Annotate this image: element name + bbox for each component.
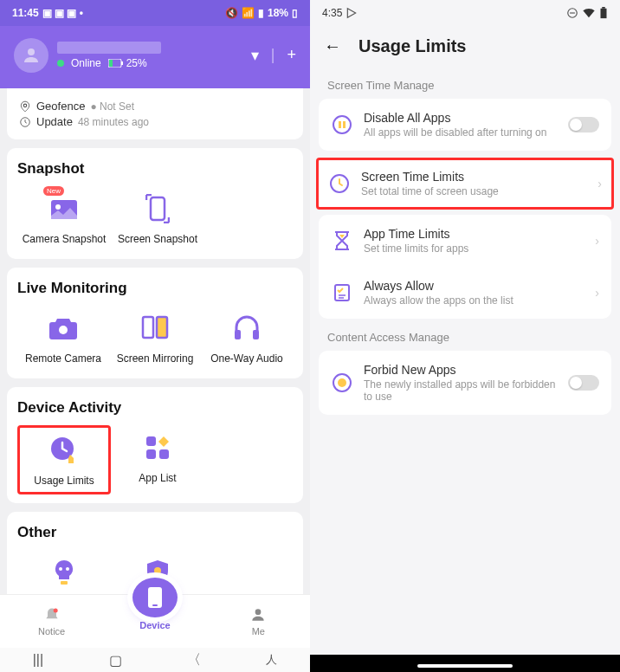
back-icon[interactable]: 〈: [187, 651, 201, 669]
svg-rect-2: [109, 60, 113, 67]
dropdown-icon[interactable]: ▾: [251, 46, 259, 65]
usage-limits-icon: [47, 433, 81, 468]
wifi-icon: 📶: [242, 7, 255, 19]
device-icon: [132, 578, 178, 617]
disable-all-apps-sub: All apps will be disabled after turning …: [364, 126, 558, 139]
screen-time-list-2: App Time Limits Set time limits for apps…: [319, 215, 611, 319]
svg-point-21: [154, 567, 161, 574]
snapshot-title: Snapshot: [17, 160, 293, 178]
screen-mirroring-button[interactable]: Screen Mirroring: [109, 306, 201, 370]
nav-notice[interactable]: Notice: [0, 595, 103, 648]
svg-point-0: [28, 48, 35, 55]
screen-time-limits-title: Screen Time Limits: [361, 170, 587, 184]
back-arrow-icon[interactable]: ←: [324, 36, 341, 56]
app-time-limits-row[interactable]: App Time Limits Set time limits for apps…: [319, 215, 611, 267]
svg-point-35: [338, 378, 346, 387]
device-info-strip: Geofence ● Not Set Update 48 minutes ago: [7, 88, 303, 139]
bulb-icon: [47, 555, 81, 590]
headphones-icon: [229, 311, 264, 346]
forbid-new-apps-row[interactable]: Forbid New Apps The newly installed apps…: [319, 351, 611, 415]
checklist-icon: [331, 281, 353, 304]
svg-point-19: [66, 567, 69, 571]
play-store-icon: [346, 7, 358, 19]
svg-rect-16: [159, 449, 169, 459]
geofence-icon: [19, 100, 31, 113]
disable-all-apps-toggle[interactable]: [568, 117, 599, 132]
svg-point-9: [59, 326, 68, 334]
home-icon[interactable]: ▢: [109, 652, 122, 669]
svg-rect-30: [339, 121, 341, 128]
svg-rect-15: [146, 436, 156, 446]
status-time: 4:35: [322, 7, 342, 19]
wifi-icon: [582, 7, 596, 19]
page-title: Usage Limits: [358, 36, 466, 56]
photo-icon: [47, 191, 81, 226]
pause-circle-icon: [331, 113, 353, 136]
add-icon[interactable]: +: [287, 46, 296, 65]
live-monitoring-card: Live Monitoring Remote Camera Screen Mir…: [7, 268, 303, 378]
geofence-label: Geofence: [36, 100, 85, 113]
forbid-new-apps-toggle[interactable]: [568, 375, 599, 391]
update-label: Update: [36, 115, 73, 128]
remote-camera-button[interactable]: Remote Camera: [17, 306, 109, 370]
forbid-new-apps-sub: The newly installed apps will be forbidd…: [364, 378, 558, 403]
divider: |: [271, 46, 275, 65]
status-time: 11:45: [12, 7, 39, 19]
svg-rect-10: [143, 317, 153, 338]
avatar[interactable]: [14, 38, 48, 73]
svg-rect-20: [61, 581, 68, 585]
svg-rect-8: [151, 197, 165, 220]
app-list-icon: [140, 430, 175, 465]
usage-limits-button[interactable]: Usage Limits: [17, 425, 111, 494]
geofence-status: Not Set: [100, 100, 134, 113]
forbid-circle-icon: [331, 372, 353, 394]
disable-all-apps-row[interactable]: Disable All Apps All apps will be disabl…: [319, 99, 611, 151]
always-allow-row[interactable]: Always Allow Always allow the apps on th…: [319, 267, 611, 319]
screen-time-limits-sub: Set total time of screen usage: [361, 185, 587, 197]
svg-rect-11: [157, 317, 167, 338]
hourglass-icon: [331, 229, 353, 252]
notif-icon: ▣ ▣ ▣ •: [42, 7, 83, 19]
home-indicator-icon: [417, 664, 513, 668]
screen-time-limits-row[interactable]: Screen Time Limits Set total time of scr…: [316, 158, 614, 210]
svg-rect-12: [235, 330, 241, 339]
mirroring-icon: [138, 311, 172, 346]
screen-snapshot-button[interactable]: Screen Snapshot: [111, 186, 204, 250]
section-content-access: Content Access Manage: [310, 319, 620, 351]
android-nav-bar: ||| ▢ 〈 人: [0, 648, 310, 672]
disable-all-apps-title: Disable All Apps: [364, 111, 558, 125]
update-time: 48 minutes ago: [78, 116, 149, 128]
profile-header: Online 25% ▾ | +: [0, 26, 310, 88]
one-way-audio-button[interactable]: One-Way Audio: [201, 306, 293, 370]
new-badge: New: [43, 186, 64, 196]
content-access-list: Forbid New Apps The newly installed apps…: [319, 351, 611, 415]
app-time-limits-sub: Set time limits for apps: [364, 242, 584, 255]
camera-icon: [46, 311, 81, 346]
nav-me[interactable]: Me: [207, 595, 310, 648]
clock-circle-icon: [328, 172, 351, 195]
svg-rect-28: [602, 7, 605, 9]
online-indicator-icon: [57, 60, 64, 67]
page-header: ← Usage Limits: [310, 26, 620, 67]
svg-rect-13: [253, 330, 259, 339]
nav-device[interactable]: Device: [103, 578, 206, 630]
signal-icon: ▮: [258, 7, 264, 19]
battery-icon: [599, 7, 608, 19]
svg-point-18: [59, 567, 62, 571]
user-name-redacted: [57, 42, 161, 54]
bottom-nav: Notice Device Me: [0, 594, 310, 648]
clock-icon: [19, 116, 31, 128]
svg-rect-17: [146, 449, 156, 459]
recents-icon[interactable]: |||: [33, 652, 43, 668]
svg-point-7: [55, 204, 61, 210]
svg-point-22: [53, 609, 57, 613]
svg-point-25: [255, 609, 262, 615]
accessibility-icon[interactable]: 人: [266, 652, 277, 668]
camera-snapshot-button[interactable]: New Camera Snapshot: [17, 186, 111, 250]
svg-point-29: [333, 116, 351, 133]
status-bar: 11:45 ▣ ▣ ▣ • 🔇 📶 ▮ 18% ▯: [0, 0, 310, 26]
app-list-button[interactable]: App List: [111, 425, 204, 494]
bell-icon: [43, 606, 61, 624]
section-screen-time: Screen Time Manage: [310, 67, 620, 99]
screen-snap-icon: [140, 191, 175, 226]
